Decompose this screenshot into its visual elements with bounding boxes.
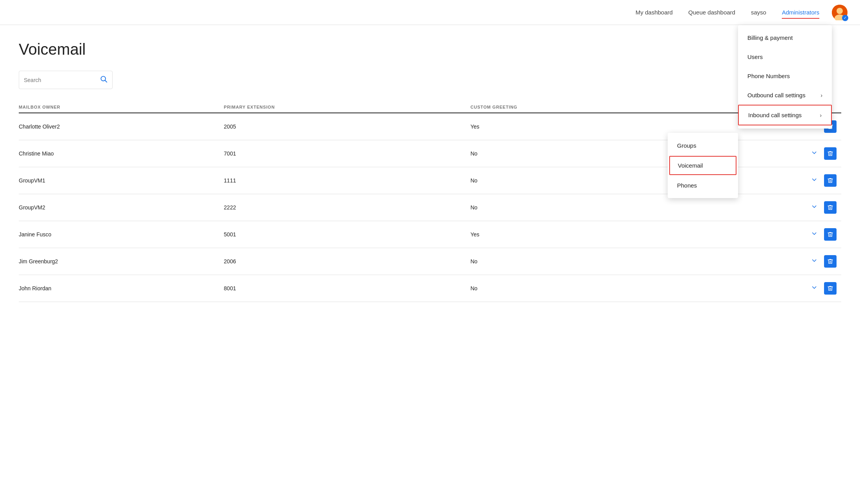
- cell-primary-extension: 2005: [224, 113, 471, 140]
- table-row: Jim Greenburg2 2006 No: [19, 248, 841, 275]
- nav-administrators[interactable]: Administrators: [782, 6, 819, 19]
- cell-actions: [699, 221, 841, 248]
- nav-links: My dashboard Queue dashboard sayso Admin…: [636, 6, 819, 19]
- dropdown-billing[interactable]: Billing & payment: [738, 28, 832, 47]
- dropdown-phone-numbers[interactable]: Phone Numbers: [738, 66, 832, 86]
- avatar[interactable]: ✓: [832, 5, 847, 20]
- expand-row-button[interactable]: [809, 256, 819, 268]
- expand-row-button[interactable]: [809, 202, 819, 214]
- search-box: [19, 71, 113, 89]
- avatar-check-icon: ✓: [842, 15, 848, 21]
- cell-actions: [699, 248, 841, 275]
- dropdown-outbound-call-settings[interactable]: Outbound call settings ›: [738, 86, 832, 105]
- cell-custom-greeting: No: [471, 167, 699, 194]
- delete-row-button[interactable]: [824, 201, 837, 214]
- nav-my-dashboard[interactable]: My dashboard: [636, 6, 673, 19]
- col-primary-extension: PRIMARY EXTENSION: [224, 102, 471, 113]
- dropdown-users[interactable]: Users: [738, 47, 832, 66]
- expand-row-button[interactable]: [809, 282, 819, 295]
- submenu-voicemail[interactable]: Voicemail: [669, 156, 736, 175]
- expand-row-button[interactable]: [809, 148, 819, 160]
- cell-custom-greeting: No: [471, 275, 699, 302]
- expand-row-button[interactable]: [809, 229, 819, 241]
- search-input[interactable]: [24, 77, 98, 83]
- nav-queue-dashboard[interactable]: Queue dashboard: [688, 6, 735, 19]
- cell-mailbox-owner: Jim Greenburg2: [19, 248, 224, 275]
- cell-mailbox-owner: Janine Fusco: [19, 221, 224, 248]
- cell-primary-extension: 1111: [224, 167, 471, 194]
- top-nav: My dashboard Queue dashboard sayso Admin…: [0, 0, 860, 25]
- table-row: Janine Fusco 5001 Yes: [19, 221, 841, 248]
- delete-row-button[interactable]: [824, 147, 837, 160]
- delete-row-button[interactable]: [824, 174, 837, 187]
- delete-row-button[interactable]: [824, 228, 837, 241]
- search-icon: [100, 75, 108, 85]
- cell-mailbox-owner: GroupVM1: [19, 167, 224, 194]
- cell-primary-extension: 8001: [224, 275, 471, 302]
- cell-mailbox-owner: Charlotte Oliver2: [19, 113, 224, 140]
- nav-sayso[interactable]: sayso: [751, 6, 766, 19]
- svg-point-1: [837, 8, 843, 14]
- submenu-groups[interactable]: Groups: [668, 136, 738, 155]
- cell-primary-extension: 7001: [224, 140, 471, 167]
- cell-mailbox-owner: Christine Miao: [19, 140, 224, 167]
- cell-mailbox-owner: John Riordan: [19, 275, 224, 302]
- col-custom-greeting: CUSTOM GREETING: [471, 102, 699, 113]
- table-row: John Riordan 8001 No: [19, 275, 841, 302]
- cell-primary-extension: 2222: [224, 194, 471, 221]
- cell-custom-greeting: No: [471, 248, 699, 275]
- voicemail-table: MAILBOX OWNER PRIMARY EXTENSION CUSTOM G…: [19, 102, 841, 302]
- admin-dropdown: Billing & payment Users Phone Numbers Ou…: [738, 25, 832, 129]
- chevron-right-icon: ›: [820, 112, 822, 118]
- cell-custom-greeting: No: [471, 194, 699, 221]
- page-title: Voicemail: [19, 41, 841, 58]
- cell-custom-greeting: No: [471, 140, 699, 167]
- cell-mailbox-owner: GroupVM2: [19, 194, 224, 221]
- col-mailbox-owner: MAILBOX OWNER: [19, 102, 224, 113]
- delete-row-button[interactable]: [824, 282, 837, 295]
- cell-custom-greeting: Yes: [471, 221, 699, 248]
- expand-row-button[interactable]: [809, 175, 819, 187]
- svg-line-4: [105, 80, 107, 82]
- inbound-submenu: Groups Voicemail Phones: [668, 133, 738, 198]
- cell-actions: [699, 275, 841, 302]
- chevron-right-icon: ›: [821, 92, 822, 98]
- cell-primary-extension: 5001: [224, 221, 471, 248]
- cell-primary-extension: 2006: [224, 248, 471, 275]
- submenu-phones[interactable]: Phones: [668, 176, 738, 195]
- dropdown-inbound-call-settings[interactable]: Inbound call settings ›: [738, 105, 832, 125]
- cell-custom-greeting: Yes: [471, 113, 699, 140]
- delete-row-button[interactable]: [824, 255, 837, 268]
